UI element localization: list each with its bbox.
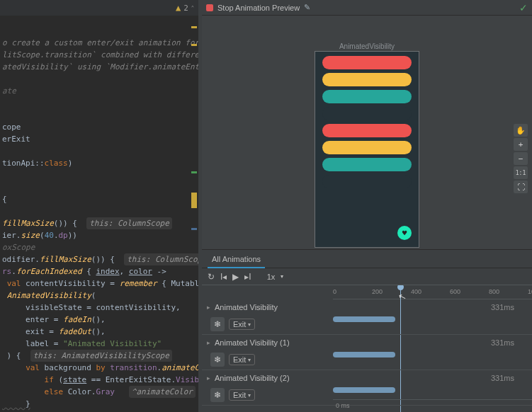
expand-icon[interactable]: ▸ — [202, 304, 215, 311]
warning-icon: ▲ — [176, 3, 181, 13]
state-combobox[interactable]: Exit▾ — [229, 319, 255, 330]
code-line[interactable]: else Color.Gray ^animateColor — [2, 386, 198, 398]
code-line[interactable]: ate — [2, 85, 198, 97]
state-combobox[interactable]: Exit▾ — [229, 389, 255, 401]
code-line[interactable] — [2, 145, 198, 157]
code-line[interactable] — [2, 205, 198, 217]
preview-bar — [322, 124, 412, 137]
animation-clip[interactable] — [333, 387, 395, 393]
go-end-button[interactable]: ▸I — [244, 272, 251, 282]
chevron-down-icon: ▾ — [248, 321, 251, 328]
code-line[interactable]: odifier.fillMaxSize()) { this: ColumnSco… — [2, 253, 198, 265]
preview-bar — [322, 158, 412, 171]
ruler-tick: 1000 — [528, 288, 532, 295]
freeze-button[interactable]: ❄ — [210, 388, 225, 402]
zoom-in-button[interactable]: + — [514, 138, 528, 151]
code-line[interactable]: litScope.transition` combined with diffe… — [2, 49, 198, 61]
layout-bounds-button[interactable]: ⛶ — [514, 181, 528, 193]
pan-button[interactable]: ✋ — [514, 124, 528, 137]
speed-label[interactable]: 1x — [267, 273, 276, 281]
preview-tool-strip: ✋ + − 1:1 ⛶ — [514, 124, 528, 193]
animation-name: Animated Visibility — [215, 303, 278, 311]
tab-all-animations[interactable]: All Animations — [208, 250, 265, 268]
animation-clip[interactable] — [333, 352, 395, 357]
code-line[interactable] — [2, 169, 198, 181]
code-line[interactable]: ) { this: AnimatedVisibilityScope — [2, 350, 198, 362]
preview-title: AnimatedVisibility — [339, 42, 395, 50]
animation-playback-controls: ↻ I◂ ▶ ▸I 1x ▾ — [202, 268, 532, 285]
code-line[interactable] — [2, 109, 198, 121]
expand-icon[interactable]: ▸ — [202, 374, 215, 382]
device-frame: ♥ — [315, 51, 419, 248]
state-label: Exit — [233, 355, 246, 364]
preview-bar — [322, 73, 412, 86]
preview-pane: Stop Animation Preview ✎ ✓ AnimatedVisib… — [202, 0, 532, 412]
zoom-out-button[interactable]: − — [514, 152, 528, 165]
code-line[interactable]: } — [2, 398, 198, 410]
code-line[interactable] — [2, 97, 198, 109]
code-line[interactable] — [2, 181, 198, 193]
code-editor[interactable]: ▲ 2 ⌃ o create a custom enter/exit anima… — [0, 0, 198, 412]
build-success-icon: ✓ — [519, 2, 528, 13]
preview-surface[interactable]: AnimatedVisibility ♥ ✋ + − 1:1 ⛶ — [202, 16, 532, 249]
code-line[interactable]: oxScope — [2, 241, 198, 253]
expand-icon[interactable]: ▸ — [202, 339, 215, 346]
animation-tabs: All Animations — [202, 250, 532, 268]
code-line[interactable]: ier.size(40.dp)) — [2, 229, 198, 241]
go-start-button[interactable]: I◂ — [220, 272, 227, 282]
preview-bar — [322, 56, 412, 69]
preview-toolbar: Stop Animation Preview ✎ ✓ — [202, 0, 532, 16]
code-line[interactable]: enter = fadeIn(), — [2, 314, 198, 326]
editor-inspections-bar: ▲ 2 ⌃ — [0, 0, 198, 16]
edit-icon[interactable]: ✎ — [304, 3, 310, 12]
animation-row: ▸Animated Visibility (1)331ms❄Exit▾ — [202, 335, 532, 370]
code-line[interactable]: erExit — [2, 133, 198, 145]
code-line[interactable]: val contentVisibility = remember { Mutab… — [2, 277, 198, 290]
state-combobox[interactable]: Exit▾ — [229, 354, 255, 365]
code-line[interactable]: fillMaxSize()) { this: ColumnScope — [2, 217, 198, 229]
preview-bar — [322, 175, 412, 188]
code-line[interactable]: if (state == EnterExitState.Visible) col… — [2, 374, 198, 386]
timeline-ruler[interactable]: 02004006008001000 — [333, 285, 532, 299]
preview-bar — [322, 141, 412, 154]
fab-heart[interactable]: ♥ — [397, 226, 412, 240]
code-line[interactable]: cope — [2, 121, 198, 133]
zoom-1-1-button[interactable]: 1:1 — [514, 166, 528, 179]
code-line[interactable]: atedVisibility` using `Modifier.animateE… — [2, 61, 198, 73]
animation-duration: 331ms — [491, 303, 526, 311]
code-line[interactable]: { — [2, 193, 198, 205]
stop-animation-label[interactable]: Stop Animation Preview — [217, 4, 300, 12]
animation-name: Animated Visibility (1) — [215, 338, 290, 347]
ruler-tick: 600 — [450, 288, 460, 295]
heart-icon: ♥ — [402, 229, 407, 238]
code-line[interactable]: AnimatedVisibility( — [2, 290, 198, 302]
code-line[interactable]: visibleState = contentVisibility, — [2, 302, 198, 314]
animation-clip[interactable] — [333, 316, 395, 322]
ruler-tick: 200 — [372, 288, 383, 295]
preview-bar — [322, 107, 412, 120]
animation-timeline[interactable]: 02004006008001000 ↖ ▸Animated Visibility… — [202, 285, 532, 412]
inspections-dropdown-icon[interactable]: ⌃ — [191, 5, 194, 11]
code-line[interactable]: exit = fadeOut(), — [2, 326, 198, 338]
stop-icon[interactable] — [206, 4, 213, 11]
animation-duration: 331ms — [491, 374, 526, 382]
bottom-ruler-label: 0 ms — [336, 402, 350, 409]
loop-button[interactable]: ↻ — [208, 272, 215, 282]
code-line[interactable]: tionApi::class) — [2, 157, 198, 169]
editor-scroll-markers — [191, 16, 197, 412]
code-line[interactable]: rs.forEachIndexed { index, color -> — [2, 265, 198, 277]
speed-dropdown-icon[interactable]: ▾ — [281, 273, 283, 280]
freeze-button[interactable]: ❄ — [210, 317, 225, 331]
code-line[interactable]: val background by transition.animateColo… — [2, 362, 198, 374]
code-line[interactable]: label = "Animated Visibility" — [2, 338, 198, 350]
code-line[interactable] — [2, 25, 198, 37]
code-line[interactable]: o create a custom enter/exit animation f… — [2, 37, 198, 49]
animation-panel: All Animations ↻ I◂ ▶ ▸I 1x ▾ 0200400600… — [202, 249, 532, 412]
animation-duration: 331ms — [491, 338, 526, 347]
chevron-down-icon: ▾ — [248, 392, 251, 399]
code-line[interactable] — [2, 73, 198, 85]
timeline-bottom-ruler: 0 ms — [333, 399, 532, 412]
play-button[interactable]: ▶ — [232, 272, 239, 282]
freeze-button[interactable]: ❄ — [210, 353, 225, 367]
chevron-down-icon: ▾ — [248, 357, 251, 363]
